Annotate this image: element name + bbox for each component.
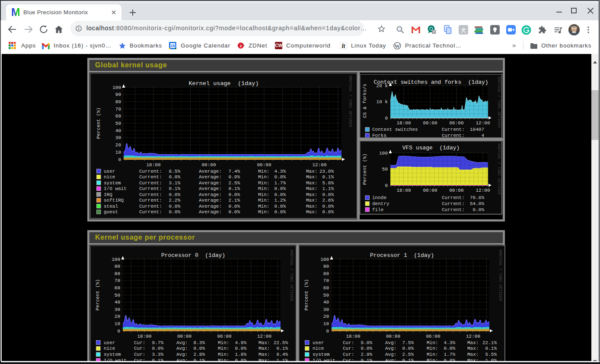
- svg-text:40: 40: [115, 128, 121, 133]
- svg-text:2.8%: 2.8%: [194, 352, 205, 357]
- svg-text:Avg:: Avg:: [176, 352, 188, 357]
- svg-text:18:00: 18:00: [346, 334, 360, 339]
- svg-text:system: system: [104, 180, 121, 186]
- svg-text:Max:: Max:: [259, 346, 270, 351]
- svg-text:Max:: Max:: [306, 174, 317, 180]
- svg-text:Cur:: Cur:: [343, 346, 354, 351]
- svg-text:00:00: 00:00: [386, 334, 400, 339]
- svg-text:Min:: Min:: [427, 340, 438, 345]
- svg-text:0.1%: 0.1%: [485, 346, 497, 351]
- svg-text:0.1%: 0.1%: [322, 174, 334, 180]
- svg-text:100: 100: [112, 257, 120, 262]
- svg-text:steal: steal: [104, 204, 118, 209]
- svg-text:Current:: Current:: [139, 186, 162, 191]
- svg-text:Current:: Current:: [139, 209, 162, 215]
- svg-text:Average:: Average:: [199, 204, 222, 209]
- svg-text:70: 70: [323, 278, 329, 283]
- svg-text:9.0%: 9.0%: [361, 340, 373, 345]
- svg-text:Min:: Min:: [258, 209, 269, 215]
- svg-text:4.3%: 4.3%: [444, 340, 456, 345]
- svg-text:Min:: Min:: [258, 192, 269, 197]
- svg-text:nice: nice: [104, 346, 115, 351]
- svg-text:00:00: 00:00: [201, 162, 216, 168]
- svg-text:70.6%: 70.6%: [470, 195, 484, 200]
- svg-text:100: 100: [379, 151, 388, 156]
- svg-text:Min:: Min:: [427, 358, 438, 361]
- svg-text:?: ?: [433, 30, 435, 34]
- svg-text:Processor 1 (1day): Processor 1 (1day): [370, 252, 434, 259]
- svg-text:06:00: 06:00: [426, 334, 440, 339]
- svg-text:00:00: 00:00: [177, 334, 191, 339]
- svg-text:18:00: 18:00: [146, 162, 160, 168]
- svg-text:12:00: 12:00: [257, 334, 271, 339]
- svg-text:0.0%: 0.0%: [169, 204, 181, 209]
- svg-text:0.1%: 0.1%: [402, 358, 414, 361]
- svg-text:0.0%: 0.0%: [169, 174, 181, 180]
- svg-text:4.3%: 4.3%: [274, 169, 286, 174]
- svg-text:z: z: [240, 43, 242, 48]
- svg-text:0.0%: 0.0%: [361, 346, 373, 351]
- svg-text:0.0%: 0.0%: [229, 174, 240, 180]
- svg-text:70: 70: [115, 107, 121, 112]
- svg-text:IRQ: IRQ: [104, 192, 112, 197]
- svg-text:0.0%: 0.0%: [274, 186, 286, 191]
- svg-text:8.5%: 8.5%: [169, 169, 181, 174]
- svg-text:50: 50: [115, 293, 120, 298]
- svg-text:12:00: 12:00: [466, 334, 480, 339]
- svg-text:lt: lt: [342, 43, 346, 49]
- svg-text:18:00: 18:00: [396, 120, 411, 126]
- svg-text:90: 90: [115, 264, 120, 269]
- svg-text:system: system: [104, 352, 121, 357]
- svg-text:Min:: Min:: [258, 174, 269, 180]
- svg-text:0.0%: 0.0%: [274, 192, 286, 197]
- svg-text:18:00: 18:00: [396, 188, 411, 193]
- svg-text:0.0%: 0.0%: [473, 207, 485, 212]
- svg-text:10407: 10407: [470, 127, 484, 132]
- svg-text:Percent (%): Percent (%): [304, 279, 309, 310]
- svg-text:10: 10: [115, 150, 121, 155]
- svg-text:54.0%: 54.0%: [470, 201, 484, 206]
- svg-text:7.5%: 7.5%: [402, 340, 414, 345]
- svg-text:Max:: Max:: [306, 192, 317, 197]
- svg-text:4.9%: 4.9%: [235, 340, 247, 345]
- svg-text:Average:: Average:: [199, 174, 222, 180]
- svg-text:nice: nice: [313, 346, 324, 351]
- svg-text:20: 20: [115, 142, 121, 148]
- svg-text:0.0%: 0.0%: [322, 204, 334, 209]
- svg-text:1.7%: 1.7%: [444, 352, 456, 357]
- svg-text:12:00: 12:00: [476, 188, 490, 193]
- svg-text:RRDTOOL / TOBI OETIKER: RRDTOOL / TOBI OETIKER: [497, 76, 501, 128]
- svg-text:0.0%: 0.0%: [169, 209, 181, 215]
- svg-text:softIRQ: softIRQ: [104, 198, 124, 203]
- svg-text:2.5%: 2.5%: [229, 180, 240, 186]
- svg-text:VFS usage (1day): VFS usage (1day): [402, 145, 460, 151]
- svg-text:20: 20: [115, 314, 120, 319]
- svg-text:I/O wait: I/O wait: [313, 358, 335, 361]
- svg-text:Average:: Average:: [199, 180, 222, 186]
- svg-text:Avg:: Avg:: [385, 358, 396, 361]
- svg-text:Percent (%): Percent (%): [96, 108, 101, 139]
- svg-text:Min:: Min:: [218, 340, 229, 345]
- svg-text:Min:: Min:: [427, 346, 438, 351]
- svg-text:Max:: Max:: [306, 186, 317, 191]
- svg-text:6.4%: 6.4%: [277, 352, 288, 357]
- svg-text:1.8%: 1.8%: [235, 352, 247, 357]
- svg-text:10: 10: [323, 321, 329, 326]
- svg-text:Cur:: Cur:: [343, 340, 354, 345]
- svg-text:1.7%: 1.7%: [274, 180, 286, 186]
- svg-text:1.2%: 1.2%: [274, 198, 286, 203]
- svg-text:80: 80: [115, 271, 120, 276]
- svg-text:Cur:: Cur:: [343, 358, 354, 361]
- svg-text:Current:: Current:: [139, 204, 162, 209]
- svg-text:W: W: [395, 43, 400, 49]
- svg-text:50: 50: [115, 121, 121, 126]
- svg-text:5.5%: 5.5%: [485, 352, 497, 357]
- svg-text:0.0%: 0.0%: [444, 358, 456, 361]
- svg-text:90: 90: [115, 92, 121, 97]
- svg-text:Percent (%): Percent (%): [362, 153, 367, 185]
- svg-text:Current:: Current:: [442, 207, 465, 212]
- svg-text:Average:: Average:: [199, 209, 222, 215]
- svg-text:Avg:: Avg:: [176, 340, 188, 345]
- svg-text:Max:: Max:: [306, 180, 317, 186]
- svg-text:Average:: Average:: [199, 169, 222, 174]
